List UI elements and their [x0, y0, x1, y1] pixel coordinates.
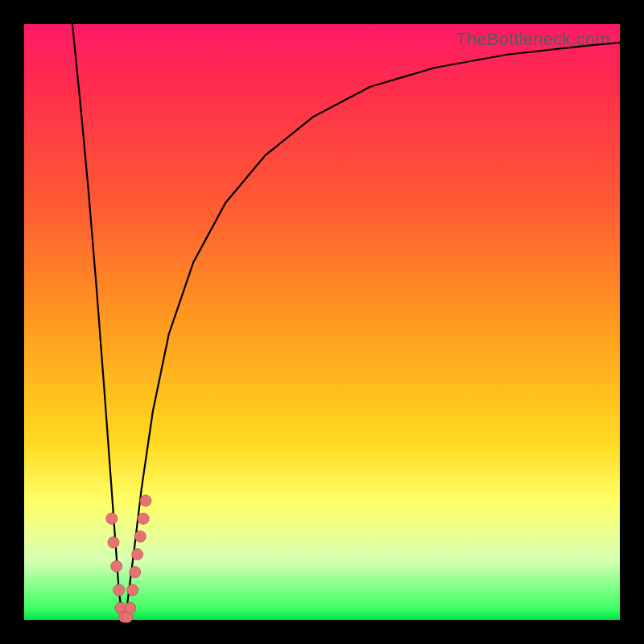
scatter-point — [106, 513, 118, 524]
scatter-point — [130, 567, 141, 578]
scatter-point — [132, 549, 143, 560]
vertex-scatter-points — [106, 495, 151, 622]
chart-frame: TheBottleneck.com — [0, 0, 644, 644]
chart-overlay — [24, 24, 620, 620]
scatter-point — [114, 584, 125, 596]
scatter-point — [134, 530, 146, 542]
scatter-point — [140, 495, 151, 506]
scatter-point — [111, 560, 122, 572]
scatter-point — [125, 602, 136, 613]
curve-right-branch — [126, 43, 620, 620]
scatter-point — [108, 537, 119, 548]
scatter-point — [138, 513, 149, 524]
plot-area: TheBottleneck.com — [24, 24, 620, 620]
curve-left-branch — [72, 24, 122, 620]
scatter-point — [127, 584, 138, 596]
